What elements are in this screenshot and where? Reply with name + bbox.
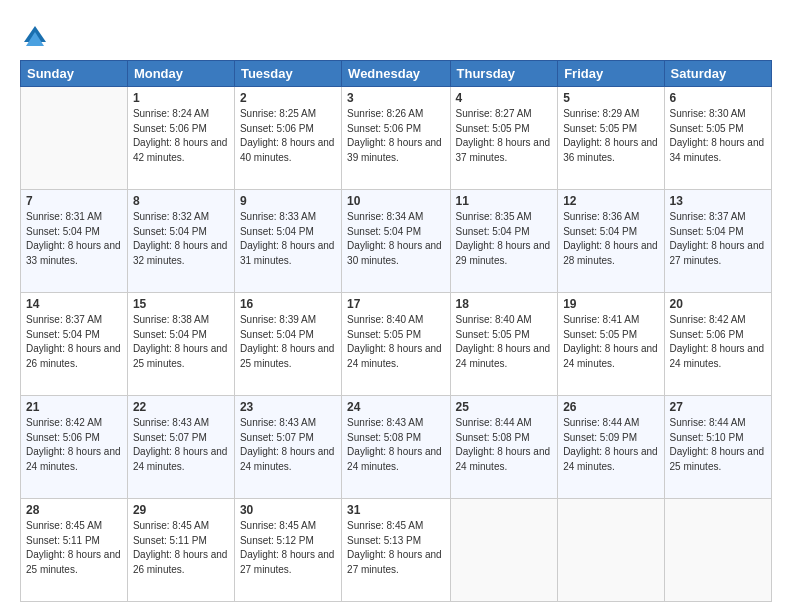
day-detail: Sunrise: 8:44 AM Sunset: 5:10 PM Dayligh…	[670, 416, 766, 474]
calendar-cell: 16Sunrise: 8:39 AM Sunset: 5:04 PM Dayli…	[234, 293, 341, 396]
calendar-cell: 6Sunrise: 8:30 AM Sunset: 5:05 PM Daylig…	[664, 87, 771, 190]
calendar-cell: 22Sunrise: 8:43 AM Sunset: 5:07 PM Dayli…	[127, 396, 234, 499]
logo-icon	[20, 22, 50, 52]
day-detail: Sunrise: 8:42 AM Sunset: 5:06 PM Dayligh…	[26, 416, 122, 474]
day-number: 2	[240, 91, 336, 105]
calendar-cell: 20Sunrise: 8:42 AM Sunset: 5:06 PM Dayli…	[664, 293, 771, 396]
calendar-cell: 29Sunrise: 8:45 AM Sunset: 5:11 PM Dayli…	[127, 499, 234, 602]
day-detail: Sunrise: 8:30 AM Sunset: 5:05 PM Dayligh…	[670, 107, 766, 165]
day-number: 4	[456, 91, 553, 105]
weekday-header-thursday: Thursday	[450, 61, 558, 87]
day-detail: Sunrise: 8:25 AM Sunset: 5:06 PM Dayligh…	[240, 107, 336, 165]
header	[20, 18, 772, 52]
calendar-week-5: 28Sunrise: 8:45 AM Sunset: 5:11 PM Dayli…	[21, 499, 772, 602]
day-number: 1	[133, 91, 229, 105]
day-number: 18	[456, 297, 553, 311]
weekday-header-monday: Monday	[127, 61, 234, 87]
day-detail: Sunrise: 8:45 AM Sunset: 5:13 PM Dayligh…	[347, 519, 444, 577]
day-number: 11	[456, 194, 553, 208]
calendar-cell: 3Sunrise: 8:26 AM Sunset: 5:06 PM Daylig…	[342, 87, 450, 190]
day-detail: Sunrise: 8:24 AM Sunset: 5:06 PM Dayligh…	[133, 107, 229, 165]
day-detail: Sunrise: 8:37 AM Sunset: 5:04 PM Dayligh…	[26, 313, 122, 371]
calendar-cell: 19Sunrise: 8:41 AM Sunset: 5:05 PM Dayli…	[558, 293, 664, 396]
day-number: 20	[670, 297, 766, 311]
day-number: 9	[240, 194, 336, 208]
day-detail: Sunrise: 8:45 AM Sunset: 5:11 PM Dayligh…	[133, 519, 229, 577]
day-number: 8	[133, 194, 229, 208]
day-detail: Sunrise: 8:35 AM Sunset: 5:04 PM Dayligh…	[456, 210, 553, 268]
calendar-cell: 26Sunrise: 8:44 AM Sunset: 5:09 PM Dayli…	[558, 396, 664, 499]
weekday-header-tuesday: Tuesday	[234, 61, 341, 87]
day-number: 26	[563, 400, 658, 414]
calendar-cell: 4Sunrise: 8:27 AM Sunset: 5:05 PM Daylig…	[450, 87, 558, 190]
calendar-cell: 2Sunrise: 8:25 AM Sunset: 5:06 PM Daylig…	[234, 87, 341, 190]
calendar-cell	[664, 499, 771, 602]
day-detail: Sunrise: 8:38 AM Sunset: 5:04 PM Dayligh…	[133, 313, 229, 371]
calendar-cell: 28Sunrise: 8:45 AM Sunset: 5:11 PM Dayli…	[21, 499, 128, 602]
day-number: 7	[26, 194, 122, 208]
calendar-cell: 1Sunrise: 8:24 AM Sunset: 5:06 PM Daylig…	[127, 87, 234, 190]
calendar-cell: 25Sunrise: 8:44 AM Sunset: 5:08 PM Dayli…	[450, 396, 558, 499]
day-detail: Sunrise: 8:32 AM Sunset: 5:04 PM Dayligh…	[133, 210, 229, 268]
calendar-cell: 15Sunrise: 8:38 AM Sunset: 5:04 PM Dayli…	[127, 293, 234, 396]
weekday-header-saturday: Saturday	[664, 61, 771, 87]
day-detail: Sunrise: 8:27 AM Sunset: 5:05 PM Dayligh…	[456, 107, 553, 165]
day-number: 5	[563, 91, 658, 105]
day-number: 25	[456, 400, 553, 414]
calendar-cell: 10Sunrise: 8:34 AM Sunset: 5:04 PM Dayli…	[342, 190, 450, 293]
logo	[20, 22, 54, 52]
day-detail: Sunrise: 8:45 AM Sunset: 5:12 PM Dayligh…	[240, 519, 336, 577]
calendar-week-4: 21Sunrise: 8:42 AM Sunset: 5:06 PM Dayli…	[21, 396, 772, 499]
day-detail: Sunrise: 8:45 AM Sunset: 5:11 PM Dayligh…	[26, 519, 122, 577]
calendar-week-1: 1Sunrise: 8:24 AM Sunset: 5:06 PM Daylig…	[21, 87, 772, 190]
calendar-cell: 5Sunrise: 8:29 AM Sunset: 5:05 PM Daylig…	[558, 87, 664, 190]
calendar-cell: 31Sunrise: 8:45 AM Sunset: 5:13 PM Dayli…	[342, 499, 450, 602]
day-detail: Sunrise: 8:43 AM Sunset: 5:07 PM Dayligh…	[240, 416, 336, 474]
day-detail: Sunrise: 8:44 AM Sunset: 5:08 PM Dayligh…	[456, 416, 553, 474]
calendar-cell: 18Sunrise: 8:40 AM Sunset: 5:05 PM Dayli…	[450, 293, 558, 396]
calendar-cell: 27Sunrise: 8:44 AM Sunset: 5:10 PM Dayli…	[664, 396, 771, 499]
weekday-header-friday: Friday	[558, 61, 664, 87]
day-number: 6	[670, 91, 766, 105]
calendar-cell: 9Sunrise: 8:33 AM Sunset: 5:04 PM Daylig…	[234, 190, 341, 293]
day-detail: Sunrise: 8:26 AM Sunset: 5:06 PM Dayligh…	[347, 107, 444, 165]
day-number: 16	[240, 297, 336, 311]
day-number: 29	[133, 503, 229, 517]
day-number: 28	[26, 503, 122, 517]
day-detail: Sunrise: 8:36 AM Sunset: 5:04 PM Dayligh…	[563, 210, 658, 268]
day-number: 21	[26, 400, 122, 414]
day-number: 19	[563, 297, 658, 311]
calendar-cell: 12Sunrise: 8:36 AM Sunset: 5:04 PM Dayli…	[558, 190, 664, 293]
calendar-week-2: 7Sunrise: 8:31 AM Sunset: 5:04 PM Daylig…	[21, 190, 772, 293]
day-detail: Sunrise: 8:33 AM Sunset: 5:04 PM Dayligh…	[240, 210, 336, 268]
calendar-cell	[21, 87, 128, 190]
page: SundayMondayTuesdayWednesdayThursdayFrid…	[0, 0, 792, 612]
day-number: 3	[347, 91, 444, 105]
weekday-header-row: SundayMondayTuesdayWednesdayThursdayFrid…	[21, 61, 772, 87]
day-number: 31	[347, 503, 444, 517]
day-detail: Sunrise: 8:42 AM Sunset: 5:06 PM Dayligh…	[670, 313, 766, 371]
calendar-cell: 14Sunrise: 8:37 AM Sunset: 5:04 PM Dayli…	[21, 293, 128, 396]
calendar-table: SundayMondayTuesdayWednesdayThursdayFrid…	[20, 60, 772, 602]
calendar-cell	[558, 499, 664, 602]
calendar-cell: 23Sunrise: 8:43 AM Sunset: 5:07 PM Dayli…	[234, 396, 341, 499]
day-number: 22	[133, 400, 229, 414]
calendar-cell: 13Sunrise: 8:37 AM Sunset: 5:04 PM Dayli…	[664, 190, 771, 293]
day-detail: Sunrise: 8:40 AM Sunset: 5:05 PM Dayligh…	[347, 313, 444, 371]
day-detail: Sunrise: 8:31 AM Sunset: 5:04 PM Dayligh…	[26, 210, 122, 268]
day-detail: Sunrise: 8:34 AM Sunset: 5:04 PM Dayligh…	[347, 210, 444, 268]
calendar-cell: 17Sunrise: 8:40 AM Sunset: 5:05 PM Dayli…	[342, 293, 450, 396]
day-detail: Sunrise: 8:43 AM Sunset: 5:08 PM Dayligh…	[347, 416, 444, 474]
day-number: 14	[26, 297, 122, 311]
weekday-header-sunday: Sunday	[21, 61, 128, 87]
day-detail: Sunrise: 8:41 AM Sunset: 5:05 PM Dayligh…	[563, 313, 658, 371]
day-number: 10	[347, 194, 444, 208]
day-number: 23	[240, 400, 336, 414]
calendar-cell: 11Sunrise: 8:35 AM Sunset: 5:04 PM Dayli…	[450, 190, 558, 293]
day-number: 12	[563, 194, 658, 208]
day-detail: Sunrise: 8:40 AM Sunset: 5:05 PM Dayligh…	[456, 313, 553, 371]
calendar-cell: 7Sunrise: 8:31 AM Sunset: 5:04 PM Daylig…	[21, 190, 128, 293]
calendar-cell: 21Sunrise: 8:42 AM Sunset: 5:06 PM Dayli…	[21, 396, 128, 499]
calendar-cell	[450, 499, 558, 602]
day-detail: Sunrise: 8:39 AM Sunset: 5:04 PM Dayligh…	[240, 313, 336, 371]
